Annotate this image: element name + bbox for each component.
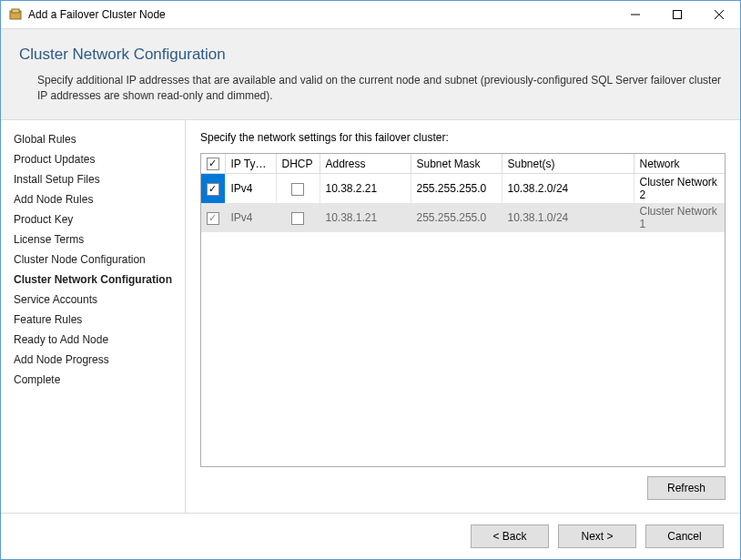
header-network[interactable]: Network [634, 154, 725, 174]
sidebar-item-ready-to-add-node[interactable]: Ready to Add Node [14, 330, 185, 350]
sidebar-item-global-rules[interactable]: Global Rules [14, 129, 185, 149]
checkbox-icon[interactable] [207, 183, 219, 196]
main-intro: Specify the network settings for this fa… [200, 131, 726, 144]
table-row: IPv4 10.38.1.21 255.255.255.0 10.38.1.0/… [201, 203, 725, 232]
cell-subnets[interactable]: 10.38.2.0/24 [502, 174, 634, 204]
checkbox-icon[interactable] [207, 158, 219, 170]
refresh-row: Refresh [200, 467, 726, 500]
svg-rect-3 [674, 11, 682, 19]
next-button[interactable]: Next > [558, 524, 636, 548]
sidebar-item-complete[interactable]: Complete [14, 370, 185, 390]
checkbox-icon [207, 212, 219, 225]
cell-mask: 255.255.255.0 [411, 203, 502, 232]
sidebar-item-cluster-node-configuration[interactable]: Cluster Node Configuration [14, 249, 185, 270]
network-grid: IP Ty… DHCP Address Subnet Mask Subnet(s… [200, 153, 726, 467]
window-title: Add a Failover Cluster Node [28, 8, 166, 21]
row-checkbox-cell[interactable] [201, 174, 225, 204]
body: Global Rules Product Updates Install Set… [1, 120, 740, 513]
table-row[interactable]: IPv4 10.38.2.21 255.255.255.0 10.38.2.0/… [201, 174, 725, 204]
app-icon [8, 7, 23, 22]
sidebar-item-add-node-progress[interactable]: Add Node Progress [14, 350, 185, 370]
sidebar-item-add-node-rules[interactable]: Add Node Rules [14, 189, 185, 209]
sidebar-item-service-accounts[interactable]: Service Accounts [14, 290, 185, 310]
window-frame: Add a Failover Cluster Node Cluster Netw… [0, 0, 741, 560]
header-address[interactable]: Address [320, 154, 411, 174]
cell-dhcp[interactable] [276, 174, 320, 204]
cell-network[interactable]: Cluster Network 2 [634, 174, 725, 204]
header-checkbox[interactable] [201, 154, 225, 174]
footer: < Back Next > Cancel [1, 513, 740, 559]
minimize-button[interactable] [614, 1, 656, 28]
cell-dhcp [276, 203, 320, 232]
table-header-row: IP Ty… DHCP Address Subnet Mask Subnet(s… [201, 154, 725, 174]
row-checkbox-cell [201, 203, 225, 232]
titlebar: Add a Failover Cluster Node [1, 1, 740, 28]
sidebar-item-cluster-network-configuration[interactable]: Cluster Network Configuration [14, 270, 185, 290]
sidebar-item-feature-rules[interactable]: Feature Rules [14, 310, 185, 330]
sidebar-item-product-updates[interactable]: Product Updates [14, 149, 185, 169]
page-description: Specify additional IP addresses that are… [37, 73, 722, 105]
svg-rect-1 [12, 9, 19, 13]
cell-iptype: IPv4 [225, 174, 276, 204]
close-button[interactable] [698, 1, 740, 28]
cell-subnets: 10.38.1.0/24 [502, 203, 634, 232]
checkbox-icon [291, 212, 304, 225]
sidebar: Global Rules Product Updates Install Set… [1, 120, 186, 513]
page-title: Cluster Network Configuration [19, 46, 722, 64]
header-iptype[interactable]: IP Ty… [225, 154, 276, 174]
sidebar-item-product-key[interactable]: Product Key [14, 209, 185, 229]
refresh-button[interactable]: Refresh [647, 476, 726, 500]
cell-address: 10.38.1.21 [320, 203, 411, 232]
network-table: IP Ty… DHCP Address Subnet Mask Subnet(s… [201, 154, 725, 233]
checkbox-icon[interactable] [291, 183, 304, 196]
cancel-button[interactable]: Cancel [645, 524, 724, 548]
header-panel: Cluster Network Configuration Specify ad… [1, 28, 740, 120]
cell-mask[interactable]: 255.255.255.0 [411, 174, 502, 204]
sidebar-item-license-terms[interactable]: License Terms [14, 229, 185, 249]
cell-network: Cluster Network 1 [634, 203, 725, 232]
cell-iptype: IPv4 [225, 203, 276, 232]
back-button[interactable]: < Back [471, 524, 549, 548]
header-dhcp[interactable]: DHCP [276, 154, 320, 174]
main-panel: Specify the network settings for this fa… [186, 120, 740, 513]
cell-address[interactable]: 10.38.2.21 [320, 174, 411, 204]
sidebar-item-install-setup-files[interactable]: Install Setup Files [14, 169, 185, 189]
header-mask[interactable]: Subnet Mask [411, 154, 502, 174]
header-subnets[interactable]: Subnet(s) [502, 154, 634, 174]
maximize-button[interactable] [656, 1, 698, 28]
